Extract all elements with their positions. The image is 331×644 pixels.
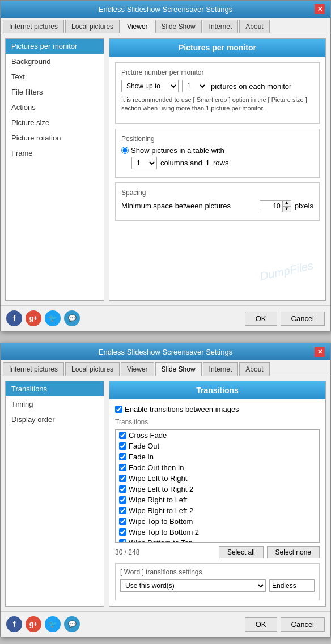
twitter-icon[interactable]: 🐦 <box>45 310 61 326</box>
close-button-2[interactable]: ✕ <box>315 347 325 357</box>
positioning-section: Positioning Show pictures in a table wit… <box>115 129 320 178</box>
panel-body-1: Picture number per monitor Show up to Sh… <box>109 57 325 231</box>
tab-bar-1: Internet pictures Local pictures Viewer … <box>1 18 330 33</box>
sidebar-item-background[interactable]: Background <box>6 54 104 69</box>
transition-checkbox-0[interactable] <box>119 432 126 439</box>
enable-transitions-label: Enable transitions between images <box>125 405 239 413</box>
list-item: Wipe Right to Left 2 <box>116 505 319 516</box>
transition-checkbox-8[interactable] <box>119 518 126 525</box>
recommend-text: It is recommended to use [ Smart crop ] … <box>121 96 313 113</box>
sidebar-item-actions[interactable]: Actions <box>6 100 104 115</box>
tab-internet-1[interactable]: Internet <box>203 20 239 33</box>
social-icons-1: f g+ 🐦 💬 <box>6 310 80 326</box>
transition-label-6: Wipe Right to Left <box>129 496 187 504</box>
forum-icon[interactable]: 💬 <box>64 310 80 326</box>
tab-slideshow-2[interactable]: Slide Show <box>155 362 202 376</box>
transition-checkbox-3[interactable] <box>119 464 126 471</box>
picture-number-label: Picture number per monitor <box>121 69 313 76</box>
twitter-icon-2[interactable]: 🐦 <box>45 616 61 632</box>
sidebar-item-file-filters[interactable]: File filters <box>6 84 104 100</box>
list-item: Wipe Top to Bottom 2 <box>116 527 319 538</box>
show-up-to-dropdown[interactable]: Show up to Show exactly <box>121 80 179 92</box>
list-item: Fade In <box>116 451 319 462</box>
facebook-icon[interactable]: f <box>6 310 22 326</box>
window1-title: Endless Slideshow Screensaver Settings <box>16 5 315 14</box>
list-item: Wipe Top to Bottom <box>116 516 319 527</box>
word-section: [ Word ] transitions settings Use this w… <box>115 563 320 600</box>
transition-label-10: Wipe Bottom to Top <box>129 539 193 543</box>
spin-up-btn[interactable]: ▲ <box>282 200 291 206</box>
word-dropdown[interactable]: Use this word(s) Use random word(s) <box>120 579 266 592</box>
tab-internet-pictures-2[interactable]: Internet pictures <box>3 362 64 376</box>
pixels-spinner: ▲ ▼ <box>260 200 291 212</box>
enable-transitions-checkbox[interactable] <box>115 406 122 413</box>
transition-checkbox-7[interactable] <box>119 507 126 514</box>
transitions-list[interactable]: Cross Fade Fade Out Fade In Fade Out the… <box>115 429 320 543</box>
picture-number-section: Picture number per monitor Show up to Sh… <box>115 62 320 124</box>
tab-internet-pictures-1[interactable]: Internet pictures <box>3 20 64 33</box>
transition-checkbox-9[interactable] <box>119 528 126 536</box>
select-none-button[interactable]: Select none <box>267 546 320 558</box>
sidebar-item-timing[interactable]: Timing <box>6 396 104 412</box>
google-icon-2[interactable]: g+ <box>26 616 41 632</box>
cancel-button-1[interactable]: Cancel <box>281 312 325 326</box>
tab-internet-2[interactable]: Internet <box>203 362 239 376</box>
columns-dropdown[interactable]: 1 2 3 4 <box>131 157 157 169</box>
min-space-row: Minimum space between pictures ▲ ▼ pixel… <box>121 200 313 212</box>
close-button-1[interactable]: ✕ <box>315 4 325 14</box>
spacing-section: Spacing Minimum space between pictures ▲… <box>115 182 320 221</box>
forum-icon-2[interactable]: 💬 <box>64 616 80 632</box>
list-item: Wipe Bottom to Top <box>116 538 319 543</box>
sidebar-item-picture-size[interactable]: Picture size <box>6 115 104 130</box>
sidebar-item-display-order[interactable]: Display order <box>6 412 104 427</box>
tab-local-pictures-2[interactable]: Local pictures <box>65 362 120 376</box>
select-all-button[interactable]: Select all <box>219 546 264 558</box>
transition-label-3: Fade Out then In <box>129 463 184 472</box>
transition-label-9: Wipe Top to Bottom 2 <box>129 528 199 536</box>
cancel-button-2[interactable]: Cancel <box>281 617 325 632</box>
tab-slideshow-1[interactable]: Slide Show <box>155 20 202 33</box>
list-item: Wipe Left to Right 2 <box>116 484 319 494</box>
show-up-to-row: Show up to Show exactly 1 2 3 4 pictures… <box>121 80 313 92</box>
main-panel-2: Transitions Enable transitions between i… <box>109 381 326 607</box>
list-item: Fade Out then In <box>116 462 319 473</box>
transition-checkbox-2[interactable] <box>119 453 126 460</box>
transition-checkbox-5[interactable] <box>119 485 126 493</box>
sidebar-2: Transitions Timing Display order <box>5 381 104 607</box>
sidebar-item-frame[interactable]: Frame <box>6 146 104 161</box>
word-row: Use this word(s) Use random word(s) <box>120 579 315 592</box>
sidebar-item-transitions[interactable]: Transitions <box>6 381 104 396</box>
tab-viewer-1[interactable]: Viewer <box>121 20 154 33</box>
window2: Endless Slideshow Screensaver Settings ✕… <box>0 343 331 637</box>
tab-about-1[interactable]: About <box>239 20 269 33</box>
facebook-icon-2[interactable]: f <box>6 616 22 632</box>
sidebar-item-pictures-per-monitor[interactable]: Pictures per monitor <box>6 39 104 54</box>
select-buttons: Select all Select none <box>219 546 320 558</box>
tab-about-2[interactable]: About <box>239 362 269 376</box>
transition-checkbox-1[interactable] <box>119 442 126 450</box>
count-dropdown[interactable]: 1 2 3 4 <box>182 80 207 92</box>
sidebar-item-picture-rotation[interactable]: Picture rotation <box>6 130 104 146</box>
show-pictures-radio-row: Show pictures in a table with <box>121 146 313 155</box>
transition-checkbox-10[interactable] <box>119 539 126 543</box>
sidebar-item-text[interactable]: Text <box>6 69 104 84</box>
footer-1: f g+ 🐦 💬 OK Cancel <box>1 305 330 331</box>
transition-label-0: Cross Fade <box>129 431 167 440</box>
panel-header-2: Transitions <box>109 381 325 399</box>
title-bar-1: Endless Slideshow Screensaver Settings ✕ <box>1 1 330 18</box>
ok-button-1[interactable]: OK <box>245 312 277 326</box>
tab-local-pictures-1[interactable]: Local pictures <box>65 20 120 33</box>
spin-down-btn[interactable]: ▼ <box>282 206 291 212</box>
transition-checkbox-4[interactable] <box>119 475 126 482</box>
word-input[interactable] <box>269 579 315 592</box>
show-table-radio[interactable] <box>121 147 129 154</box>
word-section-title: [ Word ] transitions settings <box>120 568 315 576</box>
pixels-input[interactable] <box>260 200 282 212</box>
google-icon[interactable]: g+ <box>26 310 41 326</box>
columns-text: columns and <box>160 159 202 167</box>
ok-button-2[interactable]: OK <box>245 617 277 632</box>
transition-label-5: Wipe Left to Right 2 <box>129 485 193 493</box>
enable-transitions-row: Enable transitions between images <box>115 405 320 413</box>
transition-checkbox-6[interactable] <box>119 496 126 504</box>
tab-viewer-2[interactable]: Viewer <box>121 362 154 376</box>
